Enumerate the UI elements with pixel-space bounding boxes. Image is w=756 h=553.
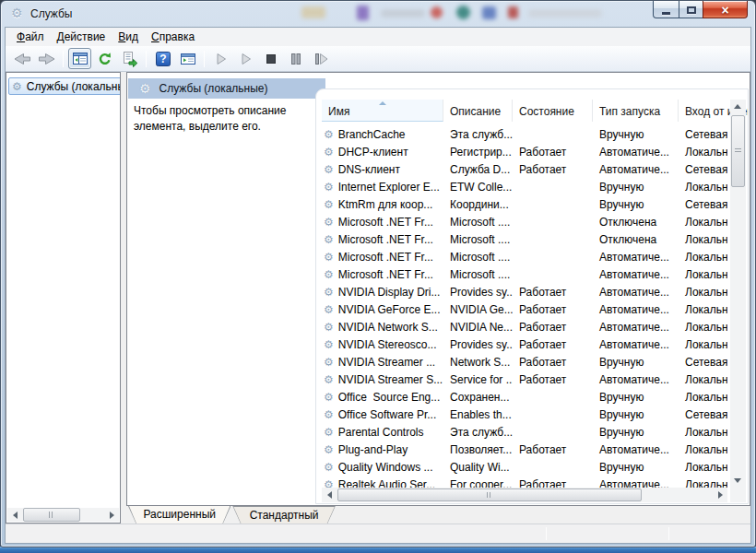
list-header: ИмяОписаниеСостояниеТип запускаВход от и… — [322, 100, 727, 122]
status-separator — [546, 527, 547, 540]
stop-service-button[interactable] — [259, 48, 282, 69]
scroll-up-arrow[interactable] — [730, 100, 745, 113]
console-tree-panel: ⚙ Службы (локальные) — [6, 72, 121, 524]
forward-button[interactable] — [35, 48, 58, 69]
tree-item-services-local[interactable]: ⚙ Службы (локальные) — [8, 77, 121, 95]
start-service-button[interactable] — [209, 48, 232, 69]
service-row[interactable]: ⚙DHCP-клиентРегистрир...РаботаетАвтомати… — [322, 143, 727, 160]
service-row[interactable]: ⚙NVIDIA Stereosco...Provides sy...Работа… — [322, 335, 727, 353]
cell-name: ⚙Microsoft .NET Fr... — [322, 268, 443, 281]
service-gear-icon: ⚙ — [324, 146, 334, 159]
services-gear-icon: ⚙ — [139, 81, 151, 96]
resume-service-button[interactable] — [234, 48, 257, 69]
service-gear-icon: ⚙ — [324, 268, 334, 281]
cell-description: ETW Colle... — [443, 181, 513, 194]
cell-description: Network S... — [443, 356, 513, 369]
service-row[interactable]: ⚙BranchCacheЭта служб...ВручнуюСетевая с… — [322, 125, 727, 143]
main-area: ⚙ Службы (локальные) ⚙ Службы (локальные… — [6, 72, 750, 524]
cell-startup-type: Автоматиче... — [593, 321, 679, 334]
service-row[interactable]: ⚙Microsoft .NET Fr...Microsoft ....Автом… — [322, 265, 727, 283]
list-horizontal-scrollbar[interactable] — [322, 488, 727, 502]
scrollbar-thumb[interactable] — [731, 115, 745, 187]
maximize-button[interactable] — [679, 1, 703, 18]
cell-description: Quality Wi... — [443, 461, 513, 474]
service-row[interactable]: ⚙Parental ControlsЭта служб...ВручнуюЛок… — [322, 423, 727, 441]
menu-action[interactable]: Действие — [51, 29, 112, 46]
extended-view-icon — [180, 51, 196, 67]
service-row[interactable]: ⚙Plug-and-PlayПозволяет...РаботаетАвтома… — [322, 441, 727, 458]
status-bar — [6, 524, 750, 543]
service-row[interactable]: ⚙Microsoft .NET Fr...Microsoft ....Отклю… — [322, 230, 727, 248]
tab-standard[interactable]: Стандартный — [232, 506, 335, 524]
show-extended-view-button[interactable] — [176, 48, 199, 69]
scrollbar-thumb[interactable] — [337, 488, 642, 501]
column-header-name[interactable]: Имя — [322, 100, 443, 122]
export-list-button[interactable] — [118, 48, 141, 69]
cell-description: NVIDIA Ge... — [443, 303, 513, 316]
menu-view[interactable]: Вид — [112, 29, 145, 46]
scroll-right-arrow[interactable] — [713, 488, 727, 501]
service-row[interactable]: ⚙NVIDIA Network S...NVIDIA Ne...Работает… — [322, 318, 727, 335]
restart-service-button[interactable] — [309, 48, 332, 69]
cell-description: Сохранен... — [443, 391, 513, 404]
tab-extended[interactable]: Расширенный — [128, 506, 230, 524]
cell-startup-type: Автоматиче... — [593, 338, 679, 351]
cell-logon-as: Сетевая служба — [679, 198, 727, 211]
service-row[interactable]: ⚙DNS-клиентСлужба D...РаботаетАвтоматиче… — [322, 160, 727, 178]
service-row[interactable]: ⚙Internet Explorer E...ETW Colle...Вручн… — [322, 178, 727, 195]
scroll-left-arrow[interactable] — [322, 488, 337, 501]
cell-startup-type: Автоматиче... — [593, 373, 679, 386]
menu-file[interactable]: Файл — [10, 29, 51, 46]
service-gear-icon: ⚙ — [324, 321, 334, 334]
tree-item-label: Службы (локальные) — [27, 80, 121, 93]
background-blur-blob — [357, 6, 369, 20]
service-row[interactable]: ⚙Office Source Eng...Сохранен...ВручнуюЛ… — [322, 388, 727, 406]
help-button[interactable]: ? — [151, 48, 174, 69]
back-button[interactable] — [10, 48, 33, 69]
maximize-icon — [687, 6, 696, 14]
cell-description: Microsoft .... — [443, 233, 513, 246]
service-row[interactable]: ⚙Quality Windows ...Quality Wi...Вручную… — [322, 458, 727, 476]
tree-horizontal-scrollbar[interactable] — [7, 508, 119, 522]
status-separator — [668, 527, 669, 540]
cell-logon-as: Локальная сис... — [679, 391, 727, 404]
column-header-status[interactable]: Состояние — [513, 100, 593, 122]
scroll-down-arrow[interactable] — [730, 474, 745, 488]
service-row[interactable]: ⚙Office Software Pr...Enables th...Вручн… — [322, 406, 727, 423]
service-row[interactable]: ⚙NVIDIA Streamer ...Network S...Работает… — [322, 353, 727, 371]
minimize-icon — [662, 12, 670, 15]
scroll-right-arrow[interactable] — [104, 508, 119, 522]
column-header-description[interactable]: Описание — [443, 100, 513, 122]
arrow-right-icon — [37, 51, 57, 67]
toolbar: ? — [6, 46, 750, 72]
service-gear-icon: ⚙ — [324, 233, 334, 246]
service-row[interactable]: ⚙Realtek Audio Ser...For cooper...Работа… — [322, 476, 727, 488]
show-console-tree-button[interactable] — [68, 48, 91, 69]
cell-startup-type: Вручную — [593, 128, 679, 141]
cell-description: Microsoft .... — [443, 216, 513, 229]
refresh-button[interactable] — [93, 48, 116, 69]
cell-startup-type: Автоматиче... — [593, 251, 679, 264]
service-row[interactable]: ⚙NVIDIA Display Dri...Provides sy...Рабо… — [322, 283, 727, 300]
service-row[interactable]: ⚙KtmRm для коор...Координи...ВручнуюСете… — [322, 195, 727, 213]
scroll-left-arrow[interactable] — [7, 508, 22, 522]
close-button[interactable]: × — [703, 1, 748, 18]
help-icon: ? — [155, 51, 171, 67]
service-row[interactable]: ⚙NVIDIA GeForce E...NVIDIA Ge...Работает… — [322, 300, 727, 318]
background-blur-blob — [301, 6, 325, 18]
title-bar[interactable]: ⚙ Службы × — [1, 1, 755, 27]
background-blur-blob — [482, 6, 496, 19]
scrollbar-thumb[interactable] — [23, 508, 80, 522]
play-icon — [238, 51, 254, 67]
content-header-title: Службы (локальные) — [159, 82, 268, 95]
pause-service-button[interactable] — [284, 48, 307, 69]
list-vertical-scrollbar[interactable] — [730, 100, 746, 488]
minimize-button[interactable] — [653, 1, 679, 18]
cell-name: ⚙DNS-клиент — [322, 163, 443, 176]
service-row[interactable]: ⚙Microsoft .NET Fr...Microsoft ....Отклю… — [322, 213, 727, 230]
service-row[interactable]: ⚙NVIDIA Streamer S...Service for ...Рабо… — [322, 371, 727, 388]
menu-help[interactable]: Справка — [145, 29, 201, 46]
column-header-startup_type[interactable]: Тип запуска — [593, 100, 679, 122]
service-row[interactable]: ⚙Microsoft .NET Fr...Microsoft ....Автом… — [322, 248, 727, 265]
cell-logon-as: Локальная сис... — [679, 286, 727, 299]
